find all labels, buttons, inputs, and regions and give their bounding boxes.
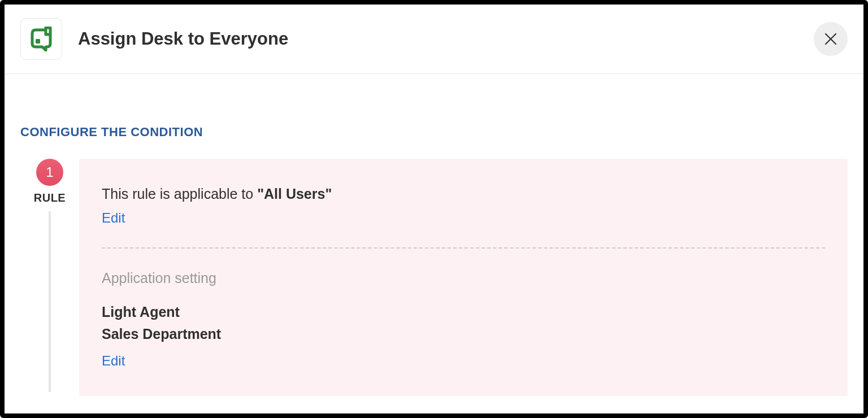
rule-row: 1 RULE This rule is applicable to "All U… xyxy=(20,159,848,413)
edit-applicability-link[interactable]: Edit xyxy=(102,210,125,226)
edit-settings-link[interactable]: Edit xyxy=(102,353,125,369)
rule-card: This rule is applicable to "All Users" E… xyxy=(79,159,848,396)
application-setting-heading: Application setting xyxy=(102,270,825,286)
rule-connector-line xyxy=(49,211,51,392)
setting-agent: Light Agent xyxy=(102,301,825,323)
modal-header: Assign Desk to Everyone xyxy=(5,5,863,74)
rule-number-badge: 1 xyxy=(36,159,63,186)
close-button[interactable] xyxy=(814,22,848,56)
rule-label: RULE xyxy=(34,191,66,204)
section-heading: CONFIGURE THE CONDITION xyxy=(20,125,848,140)
close-icon xyxy=(824,32,837,46)
modal-frame: Assign Desk to Everyone CONFIGURE THE CO… xyxy=(0,0,868,418)
header-left: Assign Desk to Everyone xyxy=(20,18,288,60)
app-icon xyxy=(20,18,62,60)
desk-app-icon xyxy=(29,27,54,51)
rule-badge-column: 1 RULE xyxy=(20,159,79,392)
rule-applicable-text: This rule is applicable to "All Users" xyxy=(102,186,825,202)
rule-applicable-target: "All Users" xyxy=(257,186,332,202)
modal-body: CONFIGURE THE CONDITION 1 RULE This rule… xyxy=(5,74,863,413)
page-title: Assign Desk to Everyone xyxy=(78,29,288,49)
svg-rect-0 xyxy=(36,39,40,43)
rule-applicable-prefix: This rule is applicable to xyxy=(102,186,257,202)
divider xyxy=(102,247,825,249)
setting-department: Sales Department xyxy=(102,323,825,345)
